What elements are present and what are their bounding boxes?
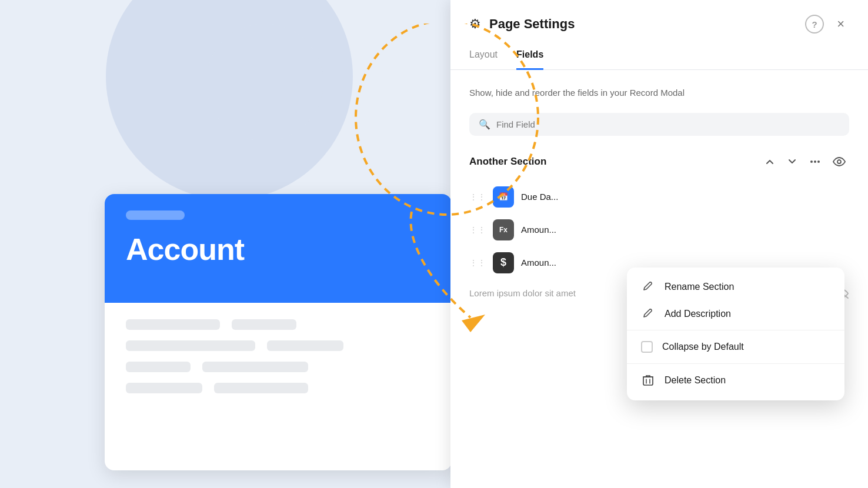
- skeleton-block: [126, 319, 220, 330]
- skeleton-row-3: [126, 362, 430, 372]
- fx-icon: Fx: [499, 226, 508, 234]
- context-menu: Rename Section Add Description Collapse …: [627, 268, 844, 400]
- svg-point-3: [814, 161, 816, 163]
- drag-handle[interactable]: ⋮⋮: [469, 192, 486, 202]
- search-icon: 🔍: [479, 119, 490, 130]
- skeleton-row-2: [126, 340, 430, 351]
- skeleton-block: [126, 362, 191, 372]
- account-card-header: Account: [105, 194, 452, 303]
- eye-icon: [833, 156, 846, 167]
- tab-fields[interactable]: Fields: [516, 49, 543, 70]
- menu-label-delete: Delete Section: [665, 375, 726, 386]
- chevron-down-icon: [787, 156, 797, 167]
- svg-point-2: [810, 161, 813, 163]
- skeleton-block: [214, 383, 308, 393]
- dollar-icon-box: $: [493, 252, 514, 273]
- skeleton-row-1: [126, 319, 430, 330]
- menu-item-rename[interactable]: Rename Section: [627, 273, 844, 300]
- panel-tabs: Layout Fields: [450, 39, 868, 70]
- search-input[interactable]: [496, 119, 840, 129]
- account-card-body: [105, 303, 452, 420]
- field-name-amount-fx: Amoun...: [521, 225, 849, 235]
- ellipsis-icon: [809, 156, 821, 168]
- svg-rect-7: [643, 377, 653, 385]
- section-header: Another Section: [469, 152, 849, 171]
- menu-divider: [627, 330, 844, 330]
- panel-header: ⚙ Page Settings ? ×: [450, 0, 868, 34]
- menu-item-add-description[interactable]: Add Description: [627, 300, 844, 327]
- menu-item-collapse[interactable]: Collapse by Default: [627, 333, 844, 361]
- field-name-amount-dollar: Amoun...: [521, 258, 849, 268]
- section-title: Another Section: [469, 156, 761, 168]
- field-name-due-date: Due Da...: [521, 192, 849, 202]
- search-box: 🔍: [469, 113, 849, 136]
- pencil-icon: [641, 282, 655, 292]
- panel-description: Show, hide and reorder the fields in you…: [469, 86, 849, 100]
- skeleton-block: [202, 362, 308, 372]
- drag-handle[interactable]: ⋮⋮: [469, 225, 486, 235]
- menu-label-rename: Rename Section: [665, 282, 734, 292]
- help-button[interactable]: ?: [805, 15, 824, 34]
- gear-icon: ⚙: [469, 16, 481, 32]
- tab-layout[interactable]: Layout: [469, 49, 498, 70]
- panel-title: Page Settings: [489, 16, 797, 32]
- calendar-icon-box: 📅: [493, 186, 514, 208]
- menu-divider-2: [627, 363, 844, 364]
- bg-circle-small: [206, 24, 323, 141]
- more-options-button[interactable]: [806, 152, 824, 171]
- skeleton-block: [232, 319, 296, 330]
- move-up-button[interactable]: [761, 153, 779, 171]
- field-row-amount-fx: ⋮⋮ Fx Amoun...: [469, 213, 849, 246]
- skeleton-row-4: [126, 383, 430, 393]
- drag-handle[interactable]: ⋮⋮: [469, 258, 486, 268]
- svg-point-5: [837, 160, 841, 163]
- pencil-icon-2: [641, 309, 655, 319]
- menu-label-add-description: Add Description: [665, 309, 731, 319]
- svg-point-4: [817, 161, 820, 163]
- menu-label-collapse: Collapse by Default: [662, 342, 744, 352]
- page-settings-panel: ⚙ Page Settings ? × Layout Fields Show, …: [450, 0, 868, 488]
- collapse-checkbox[interactable]: [641, 341, 653, 353]
- skeleton-block: [126, 340, 255, 351]
- visibility-toggle-button[interactable]: [829, 153, 849, 171]
- close-button[interactable]: ×: [832, 14, 849, 34]
- trash-icon: [641, 375, 655, 386]
- chevron-up-icon: [764, 156, 775, 167]
- calendar-icon: 📅: [499, 192, 508, 201]
- field-row-due-date: ⋮⋮ 📅 Due Da...: [469, 181, 849, 213]
- account-title: Account: [126, 232, 244, 267]
- skeleton-block: [267, 340, 343, 351]
- menu-item-delete[interactable]: Delete Section: [627, 366, 844, 395]
- account-pill: [126, 210, 185, 220]
- move-down-button[interactable]: [783, 153, 801, 171]
- account-card: Account: [105, 194, 452, 470]
- section-actions: [761, 152, 849, 171]
- dollar-icon: $: [500, 256, 506, 269]
- skeleton-block: [126, 383, 202, 393]
- fx-icon-box: Fx: [493, 219, 514, 240]
